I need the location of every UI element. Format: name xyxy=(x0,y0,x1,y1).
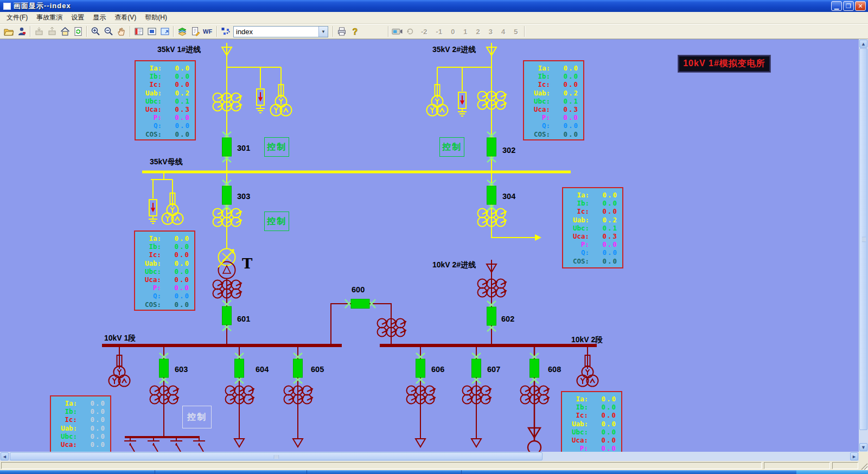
zoom-level-0[interactable]: 0 xyxy=(446,28,459,36)
toolbar-separator xyxy=(86,26,87,37)
combo-dropdown-icon[interactable]: ▼ xyxy=(318,27,328,37)
feeder-arrow-607 xyxy=(471,439,481,447)
menu-file[interactable]: 文件(F) xyxy=(2,11,32,24)
rotate-disabled-icon[interactable] xyxy=(404,25,417,38)
breaker-301[interactable] xyxy=(222,132,232,162)
app-window: 画面显示--index ▁ ❐ ✕ 文件(F) 事故重演 设置 显示 查看(V)… xyxy=(0,0,868,474)
breaker-600[interactable] xyxy=(345,299,375,309)
minimize-button[interactable]: ▁ xyxy=(831,1,842,11)
breaker-603[interactable] xyxy=(159,353,169,383)
menu-display[interactable]: 显示 xyxy=(88,11,110,24)
measurement-row: Ic:0.0 xyxy=(138,251,190,259)
title-bar[interactable]: 画面显示--index ▁ ❐ ✕ xyxy=(0,0,868,12)
control-button-303[interactable]: 控制 xyxy=(264,212,289,231)
pt-incoming2-icon xyxy=(427,96,448,116)
measurement-value: 0.0 xyxy=(601,395,617,403)
control-button-302[interactable]: 控制 xyxy=(439,137,464,157)
measurement-label: Ia: xyxy=(139,64,162,72)
screen-selector-combo[interactable]: index ▼ xyxy=(233,26,328,37)
label-breaker-602: 602 xyxy=(501,315,514,323)
menu-view[interactable]: 查看(V) xyxy=(110,11,141,24)
maximize-button[interactable]: ❐ xyxy=(843,1,854,11)
measurement-value: 0.0 xyxy=(90,399,106,407)
measurement-row: P:0.0 xyxy=(527,113,579,121)
status-bar xyxy=(0,461,868,470)
horizontal-scrollbar[interactable]: ◄ ► xyxy=(0,452,859,461)
measurement-row: Ib:0.0 xyxy=(139,72,190,80)
measurement-value: 0.0 xyxy=(601,428,617,436)
measurement-row: Uab:0.2 xyxy=(139,89,190,97)
measurement-value: 0.3 xyxy=(602,232,618,240)
breaker-607[interactable] xyxy=(472,353,481,383)
vertical-scrollbar[interactable]: ▲ ▼ xyxy=(859,39,868,452)
measurement-label: COS: xyxy=(139,130,162,138)
vertical-scroll-thumb[interactable] xyxy=(859,48,867,430)
zoom-level--2[interactable]: -2 xyxy=(417,28,432,36)
breaker-605[interactable] xyxy=(293,353,303,383)
zoom-level-4[interactable]: 4 xyxy=(497,28,509,36)
pt-bus1-icon xyxy=(109,367,130,387)
menu-bar: 文件(F) 事故重演 设置 显示 查看(V) 帮助(H) xyxy=(0,12,868,24)
breaker-601[interactable] xyxy=(222,300,232,331)
scroll-up-icon[interactable]: ▲ xyxy=(859,40,867,48)
zoom-level-3[interactable]: 3 xyxy=(484,28,497,36)
layers-icon[interactable] xyxy=(176,25,189,38)
properties-icon[interactable] xyxy=(189,25,202,38)
measurement-label: P: xyxy=(138,284,161,292)
resize-grip-icon[interactable] xyxy=(861,463,867,470)
breaker-606[interactable] xyxy=(416,353,425,383)
measurement-label: COS: xyxy=(527,130,550,138)
taskbar-edge[interactable] xyxy=(0,470,868,474)
print-icon[interactable] xyxy=(335,25,348,38)
transformer-T-symbol[interactable] xyxy=(218,249,235,279)
control-button-301[interactable]: 控制 xyxy=(264,137,289,157)
breaker-604[interactable] xyxy=(235,353,244,383)
zoom-level-5[interactable]: 5 xyxy=(509,28,522,36)
scroll-right-icon[interactable]: ► xyxy=(850,452,858,460)
measurement-label: Ia: xyxy=(527,64,550,72)
scroll-down-icon[interactable]: ▼ xyxy=(859,443,867,451)
zoom-level-2[interactable]: 2 xyxy=(472,28,484,36)
measurement-value: 0.0 xyxy=(563,121,579,130)
replay-icon[interactable] xyxy=(391,25,404,38)
measurement-row: Ia:0.0 xyxy=(54,399,106,407)
breaker-303[interactable] xyxy=(222,180,232,210)
label-breaker-303: 303 xyxy=(237,192,250,201)
measurement-label: Ia: xyxy=(54,399,77,407)
breaker-304[interactable] xyxy=(487,180,496,210)
zoom-out-icon[interactable] xyxy=(102,25,115,38)
measurement-label: P: xyxy=(527,113,550,121)
user-icon[interactable] xyxy=(15,25,28,38)
open-folder-icon[interactable] xyxy=(2,25,15,38)
view-window-icon[interactable] xyxy=(158,25,171,38)
control-button-capbank[interactable]: 控制 xyxy=(182,406,212,428)
export-disabled-icon[interactable] xyxy=(46,25,59,38)
view-blue-icon[interactable] xyxy=(145,25,158,38)
zoom-level-1[interactable]: 1 xyxy=(459,28,471,36)
refresh-icon[interactable] xyxy=(72,25,85,38)
menu-settings[interactable]: 设置 xyxy=(67,11,88,24)
label-breaker-603: 603 xyxy=(175,365,188,374)
import-disabled-icon[interactable] xyxy=(33,25,46,38)
close-button[interactable]: ✕ xyxy=(855,1,866,11)
breaker-602[interactable] xyxy=(487,301,496,331)
wf-icon[interactable]: WF xyxy=(202,25,215,38)
menu-replay[interactable]: 事故重演 xyxy=(32,11,67,24)
measurement-value: 0.1 xyxy=(175,97,190,105)
menu-help[interactable]: 帮助(H) xyxy=(141,11,171,24)
breaker-302[interactable] xyxy=(487,132,496,162)
help-icon[interactable]: ? xyxy=(348,25,361,38)
zoom-level--1[interactable]: -1 xyxy=(432,28,447,36)
measurement-label: Uab: xyxy=(566,216,589,224)
breaker-608[interactable] xyxy=(530,353,539,383)
pan-hand-icon[interactable] xyxy=(115,25,128,38)
scroll-left-icon[interactable]: ◄ xyxy=(1,452,9,460)
zoom-in-icon[interactable] xyxy=(89,25,102,38)
measurement-row: Ic:0.0 xyxy=(566,207,618,215)
jump-icon[interactable] xyxy=(219,25,232,38)
measurement-value: 0.0 xyxy=(174,234,190,242)
home-icon[interactable] xyxy=(59,25,72,38)
measurement-row: Ia:0.0 xyxy=(138,234,190,242)
horizontal-scroll-thumb[interactable] xyxy=(10,452,542,460)
view-red-icon[interactable] xyxy=(132,25,145,38)
